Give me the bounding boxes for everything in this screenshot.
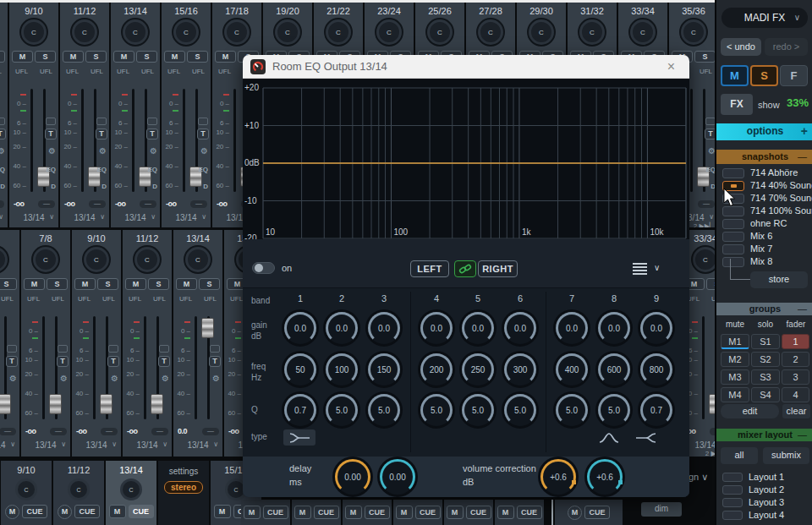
- gain-knob-band9[interactable]: 0.0: [640, 312, 672, 344]
- fader-group-button[interactable]: 4: [782, 387, 809, 402]
- redo-button[interactable]: redo >: [765, 38, 808, 56]
- solo-button[interactable]: S: [199, 278, 220, 290]
- pan-knob[interactable]: C: [72, 19, 97, 45]
- mute-button[interactable]: M: [345, 506, 362, 519]
- mute-button[interactable]: M: [244, 506, 261, 519]
- pan-knob[interactable]: C: [529, 19, 554, 45]
- pan-knob[interactable]: C: [33, 247, 58, 272]
- output-strip[interactable]: 13/14CMCUE: [106, 461, 156, 525]
- link-channels-button[interactable]: [454, 260, 476, 277]
- device-selector[interactable]: MADI FX ∨: [721, 8, 808, 28]
- q-knob-band9[interactable]: 0.7: [640, 394, 672, 426]
- freq-knob-band7[interactable]: 400: [556, 353, 588, 386]
- dialog-titlebar[interactable]: Room EQ Output 13/14 ×: [243, 55, 689, 79]
- snapshot-checkbox[interactable]: [722, 168, 744, 178]
- snapshot-checkbox[interactable]: [722, 232, 744, 242]
- collapse-icon[interactable]: —: [798, 150, 807, 163]
- store-button[interactable]: store: [750, 271, 808, 288]
- mute-button[interactable]: M: [5, 505, 19, 519]
- pan-knob[interactable]: C: [224, 19, 250, 45]
- mute-button[interactable]: M: [63, 51, 84, 63]
- fader-handle[interactable]: [0, 394, 11, 414]
- pan-knob[interactable]: C: [84, 247, 109, 272]
- type-lowshelf-button[interactable]: [283, 429, 315, 446]
- freq-knob-band1[interactable]: 50: [284, 353, 316, 386]
- fader-handle[interactable]: [709, 394, 715, 414]
- gain-knob-band8[interactable]: 0.0: [598, 312, 630, 344]
- gear-icon[interactable]: ⚙: [212, 375, 220, 383]
- mute-button[interactable]: M: [12, 51, 33, 63]
- gain-knob-band5[interactable]: 0.0: [462, 312, 494, 344]
- pan-knob[interactable]: C: [173, 19, 199, 45]
- fader-handle[interactable]: [151, 394, 163, 414]
- route-select[interactable]: 13/14∨: [111, 213, 160, 222]
- pan-knob[interactable]: C: [275, 19, 300, 45]
- solo-master-button[interactable]: S: [750, 65, 778, 86]
- layout-name[interactable]: Layout 4: [749, 510, 784, 520]
- volume-knob-left[interactable]: +0.6: [540, 459, 576, 495]
- q-knob-band5[interactable]: 5.0: [462, 394, 494, 426]
- cue-button[interactable]: CUE: [314, 506, 339, 519]
- route-select[interactable]: 13/14∨: [0, 213, 8, 222]
- solo-group-button[interactable]: S4: [751, 387, 780, 402]
- solo-button[interactable]: S: [694, 51, 715, 63]
- snapshot-name[interactable]: 714 Abhöre: [750, 167, 812, 178]
- layout-name[interactable]: Layout 1: [749, 472, 784, 482]
- mute-button[interactable]: M: [74, 278, 96, 290]
- gear-icon[interactable]: ⚙: [200, 147, 208, 156]
- volume-knob-right[interactable]: +0.6: [587, 459, 623, 495]
- cue-button[interactable]: CUE: [263, 506, 288, 519]
- route-select[interactable]: 13/14∨: [123, 440, 172, 450]
- snapshot-row[interactable]: Mix 6: [716, 231, 812, 243]
- q-knob-band8[interactable]: 5.0: [598, 394, 630, 426]
- plus-icon[interactable]: +: [801, 123, 808, 139]
- trim-button[interactable]: T: [158, 356, 170, 367]
- layout-checkbox[interactable]: [722, 473, 743, 482]
- pan-knob[interactable]: C: [134, 247, 160, 272]
- gear-icon[interactable]: ⚙: [48, 147, 56, 156]
- output-strip[interactable]: 11/12CMCUE: [53, 461, 104, 525]
- mute-button[interactable]: M: [214, 505, 231, 518]
- solo-group-button[interactable]: S1: [751, 334, 780, 349]
- solo-button[interactable]: S: [706, 278, 715, 290]
- pan-knob[interactable]: C: [185, 247, 211, 272]
- mute-button[interactable]: M: [113, 51, 134, 63]
- q-knob-band2[interactable]: 5.0: [326, 394, 358, 426]
- mute-button[interactable]: M: [294, 506, 311, 519]
- cue-button[interactable]: CUE: [466, 506, 491, 519]
- eq-on-toggle[interactable]: [252, 262, 275, 274]
- fader-group-button[interactable]: 1: [782, 334, 809, 349]
- layout-row[interactable]: Layout 4: [716, 510, 812, 522]
- layout-checkbox[interactable]: [722, 485, 743, 495]
- q-knob-band6[interactable]: 5.0: [504, 394, 536, 426]
- mute-button[interactable]: M: [109, 505, 126, 518]
- pan-knob[interactable]: C: [15, 479, 37, 500]
- layout-row[interactable]: Layout 1: [716, 472, 812, 484]
- pan-knob[interactable]: C: [693, 247, 715, 272]
- mixer-layout-header[interactable]: mixer layout —: [716, 429, 812, 441]
- undo-button[interactable]: < undo: [721, 38, 761, 56]
- snapshot-checkbox[interactable]: [722, 257, 744, 267]
- solo-button[interactable]: S: [0, 278, 17, 290]
- snapshot-name[interactable]: ohne RC: [750, 218, 812, 228]
- gear-icon[interactable]: ⚙: [60, 375, 68, 383]
- type-peak-button[interactable]: [593, 429, 625, 446]
- pan-knob[interactable]: C: [478, 19, 503, 45]
- trim-button[interactable]: T: [6, 356, 18, 367]
- freq-knob-band8[interactable]: 600: [598, 353, 630, 386]
- solo-group-button[interactable]: S2: [751, 352, 780, 367]
- mute-button[interactable]: M: [568, 506, 582, 520]
- gain-knob-band3[interactable]: 0.0: [368, 312, 400, 344]
- freq-knob-band9[interactable]: 800: [640, 353, 672, 386]
- stereo-button[interactable]: stereo: [164, 481, 203, 494]
- menu-icon[interactable]: [633, 263, 647, 276]
- fader-handle[interactable]: [201, 318, 214, 338]
- gain-knob-band2[interactable]: 0.0: [326, 312, 358, 344]
- cue-button[interactable]: CUE: [129, 505, 154, 518]
- trim-button[interactable]: T: [705, 129, 715, 139]
- pan-knob[interactable]: C: [630, 19, 656, 45]
- solo-button[interactable]: S: [0, 51, 5, 63]
- mute-button[interactable]: M: [164, 51, 185, 63]
- mute-button[interactable]: M: [125, 278, 146, 290]
- gear-icon[interactable]: ⚙: [150, 147, 157, 156]
